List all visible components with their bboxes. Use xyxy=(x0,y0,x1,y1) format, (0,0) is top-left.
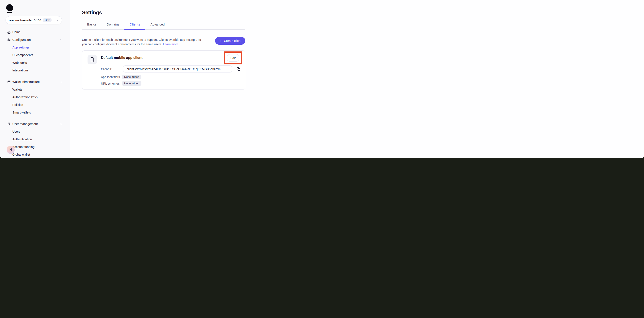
sidebar-group-label: User management xyxy=(12,122,38,126)
url-schemes-label: URL schemes xyxy=(101,82,120,85)
page-title: Settings xyxy=(82,0,322,15)
sidebar: react-native-walle... 0/150 Dev Home Con… xyxy=(0,0,70,158)
sidebar-group-user-management[interactable]: User management xyxy=(0,120,70,128)
chevron-up-icon xyxy=(60,38,62,41)
sidebar-item-authentication[interactable]: Authentication xyxy=(0,135,70,143)
privy-logo-shadow xyxy=(7,12,12,13)
sidebar-item-smart-wallets[interactable]: Smart wallets xyxy=(0,109,70,116)
plus-icon xyxy=(219,39,222,42)
sidebar-item-app-settings[interactable]: App settings xyxy=(0,44,70,51)
nav-section-gap xyxy=(0,74,70,78)
wallet-icon xyxy=(7,80,11,84)
create-client-button-label: Create client xyxy=(224,39,241,42)
edit-client-button[interactable]: Edit xyxy=(227,54,239,62)
client-card: Default mobile app client Edit Client ID… xyxy=(82,50,245,90)
project-usage: 0/150 xyxy=(34,19,41,22)
user-avatar[interactable]: H xyxy=(6,146,15,154)
gear-icon xyxy=(7,38,11,42)
project-name: react-native-walle... xyxy=(9,19,34,22)
clients-description-line2: you can configure different environments… xyxy=(82,42,162,46)
url-schemes-value-badge: None added xyxy=(122,81,142,86)
tab-domains[interactable]: Domains xyxy=(102,22,124,26)
sidebar-group-configuration[interactable]: Configuration xyxy=(0,36,70,44)
sidebar-item-home[interactable]: Home xyxy=(0,28,70,36)
app-identifiers-label: App identifiers xyxy=(101,75,120,79)
sidebar-item-wallets[interactable]: Wallets xyxy=(0,86,70,93)
sidebar-item-integrations[interactable]: Integrations xyxy=(0,67,70,74)
client-card-title: Default mobile app client xyxy=(101,56,142,60)
copy-icon[interactable] xyxy=(236,67,241,71)
nav-section-gap xyxy=(0,116,70,120)
settings-tabs: Basics Domains Clients Advanced xyxy=(82,22,322,26)
environment-badge: Dev xyxy=(43,18,52,22)
app-window: react-native-walle... 0/150 Dev Home Con… xyxy=(0,0,322,158)
annotation-highlight-box: Edit xyxy=(224,51,242,64)
phone-icon xyxy=(90,57,95,62)
project-switcher[interactable]: react-native-walle... 0/150 Dev xyxy=(6,16,62,24)
chevron-up-icon xyxy=(60,80,62,83)
clients-intro-row: Create a client for each environment you… xyxy=(82,38,245,46)
home-icon xyxy=(7,30,11,34)
clients-description-line1: Create a client for each environment you… xyxy=(82,38,201,41)
mobile-client-icon-container xyxy=(88,55,97,64)
tab-basics[interactable]: Basics xyxy=(82,22,102,26)
app-identifiers-value-badge: None added xyxy=(122,75,142,79)
sidebar-item-authorization-keys[interactable]: Authorization keys xyxy=(0,93,70,101)
chevron-up-icon xyxy=(60,123,62,125)
sidebar-nav: Home Configuration App settings UI compo… xyxy=(0,28,70,158)
learn-more-link[interactable]: Learn more xyxy=(163,42,178,46)
privy-logo-egg xyxy=(6,4,13,11)
sidebar-group-wallet-infrastructure[interactable]: Wallet infrastructure xyxy=(0,78,70,86)
tab-clients[interactable]: Clients xyxy=(124,22,145,26)
sidebar-item-ui-components[interactable]: UI components xyxy=(0,51,70,59)
sidebar-item-users[interactable]: Users xyxy=(0,128,70,135)
tab-underline-track xyxy=(82,29,245,30)
sidebar-item-policies[interactable]: Policies xyxy=(0,101,70,109)
client-id-input[interactable]: client-WY6MsMznTb4LTcZsHk3LSDeC5mARETG7j… xyxy=(123,65,232,72)
users-icon xyxy=(7,122,11,126)
sidebar-group-label: Configuration xyxy=(12,38,31,41)
main-content: Settings Basics Domains Clients Advanced… xyxy=(70,0,322,158)
chevron-down-icon xyxy=(56,19,59,22)
client-id-label: Client ID xyxy=(101,67,112,71)
privy-logo xyxy=(6,4,13,13)
sidebar-item-label: Home xyxy=(12,30,21,34)
sidebar-item-webhooks[interactable]: Webhooks xyxy=(0,59,70,67)
create-client-button[interactable]: Create client xyxy=(215,37,245,45)
tab-advanced[interactable]: Advanced xyxy=(145,22,170,26)
sidebar-group-label: Wallet infrastructure xyxy=(12,80,40,84)
